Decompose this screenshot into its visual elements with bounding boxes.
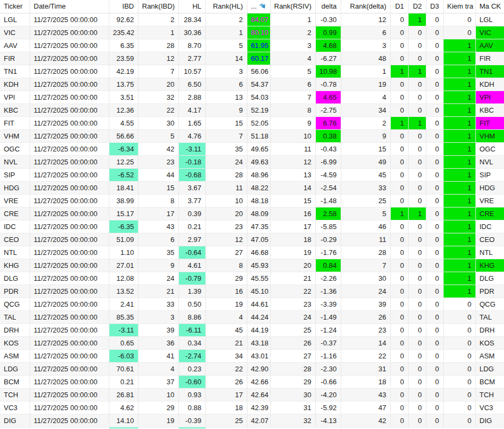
cell-rrsiv[interactable]: 11 [270,142,315,155]
cell-mack[interactable]: NTL [475,246,504,259]
cell-rrsiv[interactable]: 14 [270,181,315,194]
cell-ribd[interactable]: 43 [138,220,178,233]
cell-ribd[interactable]: 15 [138,181,178,194]
cell-d2[interactable]: 0 [408,246,426,259]
cell-ticker[interactable]: VIC [0,26,30,39]
cell-d2[interactable]: 0 [408,26,426,39]
cell-rdelta[interactable]: 33 [341,181,390,194]
cell-kiemtra[interactable]: 1 [443,65,475,78]
cell-d2[interactable]: 0 [408,414,426,427]
cell-rhl[interactable]: 2 [205,13,247,26]
cell-datetime[interactable]: 11/27/2025 00:00:00 [30,414,109,427]
cell-ibd[interactable]: 27.01 [109,259,138,272]
cell-d2[interactable]: 0 [408,310,426,323]
cell-mack[interactable]: LDG [475,362,504,375]
col-header-ibd[interactable]: IBD [109,0,138,13]
cell-ticker[interactable]: BCM [0,375,30,388]
col-header-datetime[interactable]: Date/Time [30,0,109,13]
cell-d3[interactable]: 0 [426,401,443,414]
cell-ticker[interactable]: KHG [0,259,30,272]
cell-datetime[interactable]: 11/27/2025 00:00:00 [30,168,109,181]
cell-rdelta[interactable]: 28 [341,246,390,259]
cell-d1[interactable]: 0 [390,272,408,285]
cell-mack[interactable]: KDH [475,78,504,91]
cell-hl[interactable]: 4.76 [178,129,205,142]
cell-d3[interactable]: 0 [426,220,443,233]
cell-kiemtra[interactable]: 1 [443,246,475,259]
cell-rsiv[interactable]: 44.61 [247,297,270,310]
table-row[interactable]: ASM11/27/2025 00:00:00-6.0341-2.743443.0… [0,349,504,362]
cell-d2[interactable]: 0 [408,52,426,65]
cell-rhl[interactable]: 20 [205,207,247,220]
cell-ticker[interactable]: VPI [0,91,30,103]
table-row[interactable]: VC311/27/2025 00:00:004.62290.881842.393… [0,401,504,414]
cell-datetime[interactable]: 11/27/2025 00:00:00 [30,259,109,272]
cell-rdelta[interactable]: 23 [341,323,390,336]
cell-ibd[interactable]: -6.35 [109,220,138,233]
table-row[interactable]: TN111/27/2025 00:00:0042.19710.57356.065… [0,65,504,78]
cell-ticker[interactable]: VRE [0,194,30,207]
cell-ibd[interactable]: 70.61 [109,362,138,375]
cell-delta[interactable]: 6.76 [315,116,341,129]
cell-datetime[interactable]: 11/27/2025 00:00:00 [30,129,109,142]
cell-kiemtra[interactable]: 0 [443,297,475,310]
cell-rrsiv[interactable]: 6 [270,78,315,91]
col-header-rdelta[interactable]: Rank(delta) [341,0,390,13]
table-row[interactable]: IDC11/27/2025 00:00:00-6.35430.212347.35… [0,220,504,233]
cell-rrsiv[interactable]: 29 [270,375,315,388]
cell-datetime[interactable]: 11/27/2025 00:00:00 [30,181,109,194]
cell-mack[interactable]: ASM [475,349,504,362]
cell-d3[interactable]: 0 [426,103,443,116]
cell-ribd[interactable]: 3 [138,310,178,323]
cell-ticker[interactable]: DRH [0,323,30,336]
cell-datetime[interactable]: 11/27/2025 00:00:00 [30,220,109,233]
cell-rdelta[interactable]: 11 [341,233,390,246]
cell-rrsiv[interactable]: 28 [270,362,315,375]
cell-ticker[interactable]: DLG [0,272,30,285]
cell-ibd[interactable]: 0.65 [109,336,138,349]
cell-ibd[interactable]: -6.52 [109,168,138,181]
cell-hl[interactable]: 10.57 [178,65,205,78]
cell-mack[interactable]: KBC [475,103,504,116]
cell-d2[interactable]: 0 [408,181,426,194]
cell-datetime[interactable]: 11/27/2025 00:00:00 [30,401,109,414]
cell-ibd[interactable]: 12.25 [109,155,138,168]
cell-hl[interactable]: -6.11 [178,323,205,336]
cell-rsiv[interactable]: 61.95 [247,39,270,52]
cell-kiemtra[interactable]: 1 [443,39,475,52]
cell-rrsiv[interactable]: 22 [270,285,315,297]
cell-rhl[interactable]: 16 [205,285,247,297]
col-header-rsiv[interactable]: ... [247,0,270,13]
cell-rsiv[interactable]: 54.37 [247,78,270,91]
cell-d3[interactable]: 0 [426,52,443,65]
cell-delta[interactable]: -1.76 [315,246,341,259]
cell-rhl[interactable]: 28 [205,168,247,181]
col-header-ribd[interactable]: Rank(IBD) [138,0,178,13]
cell-ibd[interactable]: 42.19 [109,65,138,78]
cell-mack[interactable]: OGC [475,142,504,155]
cell-rsiv[interactable]: 45.55 [247,272,270,285]
cell-kiemtra[interactable]: 1 [443,168,475,181]
cell-d3[interactable]: 0 [426,13,443,26]
cell-ticker[interactable]: OGC [0,142,30,155]
cell-rrsiv[interactable]: 27 [270,349,315,362]
cell-d3[interactable]: 0 [426,26,443,39]
cell-ibd[interactable]: 12.36 [109,103,138,116]
cell-mack[interactable]: LGL [475,13,504,26]
cell-delta[interactable]: -6.99 [315,155,341,168]
cell-ticker[interactable]: TN1 [0,65,30,78]
cell-ribd[interactable]: 22 [138,103,178,116]
cell-delta[interactable]: -0.37 [315,336,341,349]
cell-ticker[interactable]: VHM [0,129,30,142]
cell-hl[interactable]: 1.39 [178,285,205,297]
cell-ticker[interactable]: NTL [0,246,30,259]
cell-rsiv[interactable]: 42.64 [247,388,270,401]
cell-mack[interactable]: VHM [475,129,504,142]
cell-rrsiv[interactable]: 5 [270,65,315,78]
cell-d3[interactable]: 0 [426,414,443,427]
cell-rsiv[interactable]: 43.01 [247,349,270,362]
cell-rhl[interactable]: 4 [205,310,247,323]
cell-rhl[interactable]: 27 [205,246,247,259]
table-row[interactable]: AAV11/27/2025 00:00:006.35288.70561.9534… [0,39,504,52]
cell-d2[interactable]: 0 [408,155,426,168]
